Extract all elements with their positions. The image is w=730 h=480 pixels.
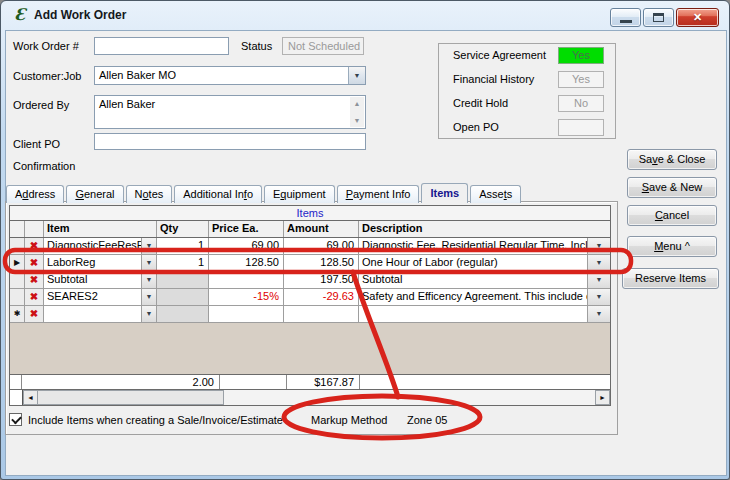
description-dropdown-button[interactable]: ▼ xyxy=(588,289,610,305)
table-row: ✖ Subtotal ▼ 197.50 Subtotal ▼ xyxy=(10,272,610,289)
header-selector-column xyxy=(10,221,25,237)
item-cell[interactable]: LaborReg xyxy=(44,255,142,271)
customer-job-label: Customer:Job xyxy=(13,70,81,82)
item-dropdown-button[interactable]: ▼ xyxy=(142,289,157,305)
scroll-up-icon[interactable]: ▲ xyxy=(350,97,364,110)
ordered-by-field[interactable]: Allen Baker ▲ ▼ xyxy=(94,95,366,129)
item-dropdown-button[interactable]: ▼ xyxy=(142,306,157,322)
financial-history-value: Yes xyxy=(558,71,604,88)
tab-strip: Address General Notes Additional Info Eq… xyxy=(6,183,523,203)
item-dropdown-button[interactable]: ▼ xyxy=(142,272,157,288)
description-cell[interactable]: Diagnostic Fee. Residential Regular Time… xyxy=(359,238,588,254)
maximize-icon xyxy=(653,13,664,22)
amount-cell[interactable] xyxy=(284,306,359,322)
tab-payment-info[interactable]: Payment Info xyxy=(337,185,420,203)
tab-general[interactable]: General xyxy=(66,185,123,203)
price-cell[interactable] xyxy=(209,272,284,288)
tab-address[interactable]: Address xyxy=(6,185,64,203)
credit-hold-label: Credit Hold xyxy=(453,97,508,109)
delete-row-icon[interactable]: ✖ xyxy=(25,306,44,322)
qty-cell xyxy=(157,289,209,305)
header-qty[interactable]: Qty xyxy=(157,221,209,237)
description-dropdown-button[interactable]: ▼ xyxy=(588,238,610,254)
amount-cell[interactable]: 128.50 xyxy=(284,255,359,271)
minimize-button[interactable] xyxy=(610,8,641,27)
amount-cell[interactable]: -29.63 xyxy=(284,289,359,305)
cancel-button[interactable]: Cancel xyxy=(627,205,717,226)
description-cell[interactable]: Subtotal xyxy=(359,272,588,288)
customer-job-dropdown-button[interactable]: ▼ xyxy=(348,67,365,84)
tab-notes[interactable]: Notes xyxy=(126,185,173,203)
client-po-input[interactable] xyxy=(94,133,366,150)
amount-cell[interactable]: 197.50 xyxy=(284,272,359,288)
item-cell[interactable]: Subtotal xyxy=(44,272,142,288)
items-grid: Items Item Qty Price Ea. Amount Descript… xyxy=(9,205,611,406)
tab-assets[interactable]: Assets xyxy=(470,185,521,203)
scroll-left-icon[interactable]: ◄ xyxy=(23,390,38,405)
totals-spacer xyxy=(360,375,610,389)
delete-row-icon[interactable]: ✖ xyxy=(25,238,44,254)
item-dropdown-button[interactable]: ▼ xyxy=(142,238,157,254)
ordered-by-scrollbar[interactable]: ▲ ▼ xyxy=(350,97,364,127)
amount-total: $167.87 xyxy=(287,375,360,389)
description-dropdown-button[interactable]: ▼ xyxy=(588,272,610,288)
amount-cell[interactable]: 69.00 xyxy=(284,238,359,254)
delete-row-icon[interactable]: ✖ xyxy=(25,289,44,305)
qty-cell xyxy=(157,272,209,288)
include-items-label: Include Items when creating a Sale/Invoi… xyxy=(28,414,283,426)
delete-row-icon[interactable]: ✖ xyxy=(25,255,44,271)
save-close-button[interactable]: Save & Close xyxy=(627,149,717,170)
header-description[interactable]: Description xyxy=(359,221,610,237)
item-cell[interactable]: DiagnosticFeeResR xyxy=(44,238,142,254)
row-selector[interactable] xyxy=(10,272,25,288)
new-row-icon[interactable]: ✱ xyxy=(10,306,25,322)
price-cell[interactable]: -15% xyxy=(209,289,284,305)
price-cell[interactable]: 69.00 xyxy=(209,238,284,254)
horizontal-scrollbar[interactable]: ◄ ► xyxy=(10,390,610,405)
description-cell[interactable] xyxy=(359,306,588,322)
description-dropdown-button[interactable]: ▼ xyxy=(588,255,610,271)
service-agreement-label: Service Agreement xyxy=(453,49,546,61)
tab-equipment[interactable]: Equipment xyxy=(264,185,335,203)
scroll-down-icon[interactable]: ▼ xyxy=(350,114,364,127)
table-row-new: ✱ ✖ ▼ ▼ xyxy=(10,306,610,323)
header-price[interactable]: Price Ea. xyxy=(209,221,284,237)
scrollbar-track[interactable] xyxy=(224,390,595,405)
price-cell[interactable]: 128.50 xyxy=(209,255,284,271)
menu-button[interactable]: Menu ^ xyxy=(627,236,717,257)
item-dropdown-button[interactable]: ▼ xyxy=(142,255,157,271)
table-row-highlighted: ▶ ✖ LaborReg ▼ 1 128.50 128.50 One Hour … xyxy=(10,255,610,272)
tab-items[interactable]: Items xyxy=(421,183,468,203)
maximize-button[interactable] xyxy=(643,8,674,27)
qty-cell[interactable]: 1 xyxy=(157,255,209,271)
customer-job-combobox[interactable]: Allen Baker MO ▼ xyxy=(94,66,366,85)
scroll-right-icon[interactable]: ► xyxy=(595,390,610,405)
header-item[interactable]: Item xyxy=(44,221,157,237)
customer-status-panel: Service Agreement Yes Financial History … xyxy=(438,43,616,139)
save-new-button[interactable]: Save & New xyxy=(627,177,717,198)
include-items-checkbox[interactable] xyxy=(9,413,22,426)
status-value: Not Scheduled xyxy=(282,37,364,55)
qty-total: 2.00 xyxy=(22,375,220,389)
reserve-items-button[interactable]: Reserve Items xyxy=(622,268,719,289)
current-row-icon[interactable]: ▶ xyxy=(10,255,25,271)
row-selector[interactable] xyxy=(10,238,25,254)
work-order-input[interactable] xyxy=(94,37,229,55)
title-bar[interactable]: Ɛ Add Work Order ✕ xyxy=(1,1,729,30)
delete-row-icon[interactable]: ✖ xyxy=(25,272,44,288)
description-cell[interactable]: One Hour of Labor (regular) xyxy=(359,255,588,271)
description-dropdown-button[interactable]: ▼ xyxy=(588,306,610,322)
scrollbar-thumb[interactable] xyxy=(38,390,224,405)
item-cell[interactable]: SEARES2 xyxy=(44,289,142,305)
item-cell[interactable] xyxy=(44,306,142,322)
price-cell[interactable] xyxy=(209,306,284,322)
description-cell[interactable]: Safety and Efficency Agreement. This inc… xyxy=(359,289,588,305)
status-label: Status xyxy=(241,40,272,52)
add-work-order-dialog: Ɛ Add Work Order ✕ Work Order # Status N… xyxy=(0,0,730,480)
header-amount[interactable]: Amount xyxy=(284,221,359,237)
tab-additional-info[interactable]: Additional Info xyxy=(174,185,262,203)
close-button[interactable]: ✕ xyxy=(676,8,719,27)
qty-cell[interactable]: 1 xyxy=(157,238,209,254)
row-selector[interactable] xyxy=(10,289,25,305)
app-logo-icon: Ɛ xyxy=(11,6,29,24)
